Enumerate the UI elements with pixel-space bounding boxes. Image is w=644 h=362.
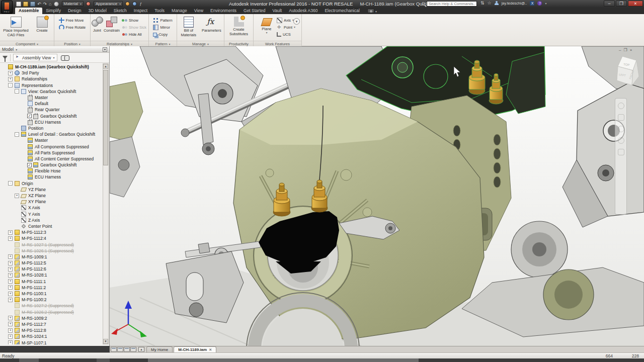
parameters-quick-icon[interactable]: ƒ: [139, 2, 141, 6]
tree-item[interactable]: ✓Gearbox Quickshift: [0, 162, 102, 168]
assembly-view-dropdown[interactable]: Assembly View ▾: [13, 54, 57, 61]
viewcube-top-face[interactable]: TOP: [623, 63, 630, 66]
chevron-down-icon[interactable]: ▾: [375, 10, 377, 13]
hide-all-button[interactable]: Hide All: [121, 31, 147, 38]
close-button[interactable]: ×: [628, 1, 643, 7]
ribbon-tab-inspect[interactable]: Inspect: [130, 8, 151, 14]
close-tab-icon[interactable]: ✕: [209, 348, 212, 352]
viewport-canvas[interactable]: TOP LEFT FRONT – ❐ ×: [110, 46, 644, 346]
new-file-icon[interactable]: [16, 2, 21, 7]
expand-icon[interactable]: +: [8, 340, 13, 344]
assembly-3d-view[interactable]: TOP LEFT FRONT: [110, 46, 644, 346]
tree-item[interactable]: +M-SP-1107:1: [0, 339, 102, 344]
mirror-button[interactable]: Mirror: [152, 24, 173, 31]
expand-icon[interactable]: +: [8, 322, 13, 326]
appearance-dropdown[interactable]: Appearance▾: [94, 1, 123, 7]
tree-item[interactable]: +XZ Plane: [0, 193, 102, 199]
view-cube[interactable]: TOP LEFT FRONT: [617, 56, 639, 85]
scroll-up-icon[interactable]: ▲: [103, 64, 108, 69]
point-button[interactable]: Point▾: [276, 24, 296, 31]
expand-dock-icon[interactable]: ▲: [138, 347, 144, 352]
zoom-icon[interactable]: [618, 126, 624, 132]
help-chevron-icon[interactable]: ▾: [545, 2, 546, 5]
visibility-checkbox[interactable]: ✓: [27, 114, 32, 118]
parameters-button[interactable]: Parameters: [200, 15, 223, 39]
tree-item[interactable]: XY Plane: [0, 199, 102, 205]
tree-item[interactable]: Center Point: [0, 223, 102, 229]
filter-icon[interactable]: [3, 56, 8, 59]
home-icon[interactable]: ⌂: [49, 2, 51, 7]
panel-menu-relationships[interactable]: Relationships▾: [91, 41, 148, 46]
appearance-ball-icon[interactable]: [125, 2, 130, 6]
expand-icon[interactable]: +: [8, 77, 13, 81]
undo-icon[interactable]: ↶: [37, 2, 41, 7]
tree-item[interactable]: M-RS-1026:2 (Suppressed): [0, 309, 102, 315]
tree-item[interactable]: -Representations: [0, 82, 102, 88]
tree-item[interactable]: M-RS-1027:1 (Suppressed): [0, 241, 102, 247]
tree-item[interactable]: +M-RS-1009:2: [0, 315, 102, 321]
tree-item[interactable]: +M-PS-1112:7: [0, 321, 102, 327]
dock-pin-icon[interactable]: [103, 47, 107, 52]
tree-item[interactable]: +M-PS-1100:1: [0, 291, 102, 297]
ribbon-collapse-button[interactable]: ▾: [293, 18, 300, 25]
tree-item[interactable]: Flexible Hose: [0, 168, 102, 174]
save-icon[interactable]: [30, 2, 35, 7]
favorites-star-icon[interactable]: ☆: [488, 1, 492, 6]
material-browser-icon[interactable]: [86, 2, 91, 6]
inventor-logo-icon[interactable]: PRO: [1, 1, 13, 14]
user-name[interactable]: jay.tedeschi@..: [502, 1, 527, 6]
ribbon-tab-environments[interactable]: Environments: [207, 8, 240, 14]
pan-icon[interactable]: [618, 114, 624, 121]
expand-icon[interactable]: +: [8, 261, 13, 265]
ribbon-tab-vault[interactable]: Vault: [269, 8, 285, 14]
navigation-wheel-icon[interactable]: [618, 103, 624, 109]
tree-item[interactable]: -Origin: [0, 180, 102, 187]
pattern-button[interactable]: Pattern: [152, 17, 173, 24]
tree-item[interactable]: ✓Gearbox Quickshift: [0, 113, 102, 119]
ribbon-tab-assemble[interactable]: Assemble: [15, 8, 42, 14]
tile-horizontal-icon[interactable]: [117, 347, 123, 352]
ribbon-tab-tools[interactable]: Tools: [151, 8, 168, 14]
open-file-icon[interactable]: [23, 2, 28, 7]
user-avatar-icon[interactable]: [495, 1, 499, 5]
expand-icon[interactable]: +: [8, 298, 13, 302]
tree-item[interactable]: +M-PS-1112:8: [0, 327, 102, 333]
tree-item[interactable]: ECU Harness: [0, 119, 102, 125]
exchange-apps-icon[interactable]: ⇅: [480, 1, 485, 6]
joint-button[interactable]: Joint: [92, 15, 103, 39]
ribbon-tab-get-started[interactable]: Get Started: [240, 8, 269, 14]
bill-of-materials-button[interactable]: Bill of Materials: [178, 15, 199, 39]
tree-item[interactable]: +Relationships: [0, 76, 102, 82]
ribbon-tab-3d-model[interactable]: 3D Model: [85, 8, 110, 14]
ucs-button[interactable]: UCS: [276, 31, 296, 38]
ribbon-tab-sketch[interactable]: Sketch: [110, 8, 130, 14]
create-component-button[interactable]: Create: [32, 15, 53, 39]
tree-item[interactable]: +3rd Party: [0, 70, 102, 76]
collapse-icon[interactable]: -: [15, 132, 19, 137]
scrollbar-thumb[interactable]: [103, 70, 108, 165]
material-dropdown[interactable]: Material▾: [62, 1, 84, 7]
panel-menu-manage[interactable]: Manage▾: [177, 41, 224, 46]
doc-minimize-icon[interactable]: –: [619, 48, 621, 52]
look-at-icon[interactable]: [618, 149, 624, 155]
expand-icon[interactable]: +: [8, 279, 13, 284]
expand-icon[interactable]: +: [8, 273, 13, 278]
tab-my-home[interactable]: My Home: [146, 346, 173, 352]
switch-windows-icon[interactable]: [130, 347, 136, 352]
expand-icon[interactable]: +: [8, 254, 13, 259]
cascade-windows-icon[interactable]: [111, 347, 117, 352]
tree-item[interactable]: Default: [0, 101, 102, 107]
tree-item[interactable]: +M-PS-1111:1: [0, 279, 102, 285]
restore-button[interactable]: ❐: [616, 1, 627, 7]
redo-icon[interactable]: ↷: [43, 2, 47, 7]
tree-item[interactable]: Z Axis: [0, 217, 102, 223]
expand-icon[interactable]: +: [8, 71, 13, 75]
expand-icon[interactable]: +: [8, 334, 13, 339]
collapse-icon[interactable]: -: [8, 83, 13, 87]
tree-item[interactable]: +M-PS-1112:5: [0, 260, 102, 266]
expand-icon[interactable]: +: [8, 236, 13, 241]
visibility-checkbox[interactable]: ✓: [27, 163, 32, 167]
ribbon-tab-manage[interactable]: Manage: [168, 8, 191, 14]
doc-close-icon[interactable]: ×: [630, 48, 632, 52]
free-rotate-button[interactable]: Free Rotate: [58, 24, 87, 31]
